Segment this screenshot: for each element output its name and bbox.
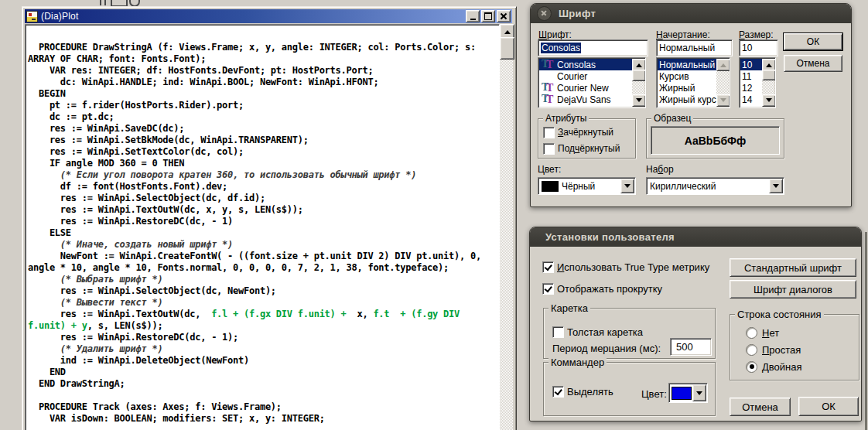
highlight-label: Выделять [567, 386, 613, 398]
code-line: ARRAY OF CHAR; font: Fonts.Font); [28, 53, 481, 65]
dialog-close-button[interactable] [537, 6, 552, 21]
charset-dropdown[interactable]: Кириллический [646, 177, 784, 195]
cancel-button[interactable]: Отмена [730, 398, 791, 416]
settings-dialog-titlebar[interactable]: Установки пользователя [530, 227, 861, 247]
code-line: res := WinApi.SetBkMode(dc, WinApi.TRANS… [28, 135, 481, 146]
ok-button[interactable]: ОК [798, 397, 859, 416]
style-list-scrollbar[interactable] [716, 59, 729, 107]
size-input[interactable]: 10 [739, 39, 778, 56]
highlight-checkbox[interactable] [552, 386, 564, 398]
size-list-scrollbar[interactable] [762, 59, 774, 107]
dropdown-arrow-icon [773, 184, 779, 191]
color-value: Чёрный [559, 181, 620, 192]
list-item[interactable]: TTCourier New [539, 82, 632, 94]
commander-color-dropdown[interactable] [668, 383, 708, 403]
list-item[interactable]: TTCourier [539, 70, 632, 82]
list-item[interactable]: 10 [740, 59, 762, 70]
app-icon [26, 11, 38, 22]
cancel-button[interactable]: Отмена [784, 55, 842, 72]
dropdown-arrow-button[interactable] [620, 179, 634, 193]
scrollbar-thumb[interactable] [632, 70, 646, 81]
font-name-input[interactable]: Consolas [538, 39, 648, 56]
close-button[interactable] [497, 10, 511, 22]
scrollbar-thumb[interactable] [762, 70, 776, 80]
list-item-label: 12 [742, 83, 752, 94]
list-item[interactable]: Курсив [658, 70, 716, 82]
attributes-group: Атрибуты Зачёркнутый Подчёркнутый [538, 118, 636, 159]
down-arrow-icon [766, 98, 772, 105]
minimize-button[interactable] [466, 10, 480, 22]
dialog-font-button[interactable]: Шрифт диалогов [730, 280, 856, 299]
code-line: (* Выбрать шрифт *) [28, 274, 481, 285]
desktop: (Dia)Plot PROCEDURE DrawStringA (f: View… [0, 0, 868, 430]
radio-button[interactable] [746, 361, 757, 373]
code-line: res := WinApi.TextOutW(dc, f.l + (f.gx D… [28, 309, 481, 320]
size-listbox[interactable]: 10111214 [739, 57, 776, 108]
code-line: PROCEDURE Track (axes: Axes; f: Views.Fr… [28, 401, 481, 413]
list-item[interactable]: 12 [740, 82, 762, 94]
standard-font-button[interactable]: Стандартный шрифт [730, 258, 856, 277]
font-listbox[interactable]: TTConsolasTTCourierTTCourier NewTTDejaVu… [538, 57, 646, 108]
user-settings-dialog: Установки пользователя Использовать True… [529, 227, 862, 421]
blink-period-input[interactable]: 500 [670, 338, 712, 356]
radio-option[interactable]: Простая [746, 341, 854, 358]
strikeout-checkbox[interactable] [543, 127, 555, 138]
radio-option[interactable]: Нет [746, 324, 854, 341]
style-input[interactable]: Нормальный [656, 39, 733, 56]
code-area[interactable]: PROCEDURE DrawStringA (f: Views.Frame; x… [28, 42, 481, 425]
list-item[interactable]: TTDejaVu Sans [539, 94, 632, 105]
color-dropdown[interactable]: Чёрный [538, 177, 636, 195]
list-item-label: Courier [557, 71, 587, 82]
show-scrollbar-label: Отображать прокрутку [557, 283, 662, 295]
font-label: Шрифт: [538, 29, 572, 40]
down-arrow-icon [720, 98, 726, 105]
show-scrollbar-checkbox[interactable] [542, 283, 554, 295]
scrollbar-down-button[interactable] [632, 94, 646, 107]
dialog-title: Шрифт [559, 8, 596, 19]
list-item[interactable]: Жирный курсив [658, 94, 716, 105]
truetype-metric-checkbox[interactable] [542, 261, 554, 273]
vertical-scrollbar[interactable] [500, 24, 513, 430]
commander-group: Коммандер Выделять Цвет: [543, 362, 716, 416]
code-line: pt := f.rider(HostPorts.Rider).port; [28, 100, 481, 111]
scrollbar-down-button[interactable] [716, 94, 730, 107]
list-item[interactable]: 11 [740, 70, 762, 82]
style-listbox[interactable]: НормальныйКурсивЖирныйЖирный курсив [656, 57, 730, 108]
dropdown-arrow-icon [696, 391, 702, 398]
background-window-fragment [100, 0, 101, 5]
thick-caret-checkbox[interactable] [552, 326, 564, 338]
commander-group-title: Коммандер [548, 357, 607, 368]
ok-button[interactable]: ОК [784, 33, 842, 50]
dropdown-arrow-button[interactable] [692, 384, 706, 401]
up-arrow-icon [636, 60, 642, 67]
code-line [28, 390, 481, 401]
list-item-label: Нормальный [659, 60, 715, 70]
scrollbar-up-button[interactable] [716, 59, 730, 71]
up-arrow-icon [720, 60, 726, 67]
code-line: res := WinApi.RestoreDC(dc, - 1) [28, 216, 481, 227]
code-line: dc := pt.dc; [28, 111, 481, 123]
font-list-scrollbar[interactable] [632, 59, 644, 107]
list-item[interactable]: Жирный [658, 82, 716, 94]
list-item[interactable]: Нормальный [658, 59, 716, 70]
underline-checkbox[interactable] [543, 143, 555, 155]
underline-label: Подчёркнутый [558, 143, 620, 154]
code-editor-content[interactable]: PROCEDURE DrawStringA (f: Views.Frame; x… [25, 24, 500, 430]
list-item[interactable]: TTConsolas [539, 59, 632, 70]
editor-titlebar[interactable]: (Dia)Plot [25, 9, 512, 23]
font-dialog-titlebar[interactable]: Шрифт [531, 4, 851, 23]
radio-option[interactable]: Двойная [746, 358, 854, 375]
radio-button[interactable] [746, 327, 757, 339]
editor-window: (Dia)Plot PROCEDURE DrawStringA (f: View… [22, 6, 517, 430]
list-item-label: Consolas [557, 60, 596, 70]
list-item[interactable]: 14 [740, 94, 762, 105]
truetype-icon: TT [541, 83, 557, 94]
scrollbar-down-button[interactable] [762, 94, 776, 107]
maximize-button[interactable] [481, 10, 495, 22]
caret-group-title: Каретка [548, 302, 590, 314]
code-line: (* Иначе, создать новый шрифт *) [28, 239, 481, 251]
scrollbar-thumb[interactable] [500, 37, 514, 60]
radio-button[interactable] [746, 344, 757, 356]
code-line: VAR res: INTEGER; df: HostFonts.DevFont;… [28, 65, 481, 77]
dropdown-arrow-button[interactable] [769, 179, 783, 193]
